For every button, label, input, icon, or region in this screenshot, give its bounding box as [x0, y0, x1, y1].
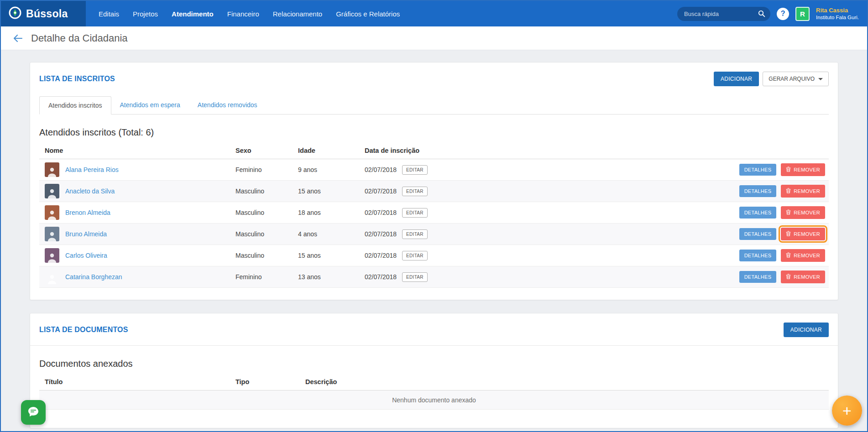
row-actions: DETALHES REMOVER: [739, 249, 829, 262]
user-menu[interactable]: Rita Cassia Instituto Fala Guri.: [816, 7, 859, 21]
add-documento-button[interactable]: ADICIONAR: [784, 323, 829, 337]
nav-item-financeiro[interactable]: Financeiro: [227, 10, 259, 18]
attendee-name-link[interactable]: Alana Pereira Rios: [65, 166, 119, 173]
main-content: LISTA DE INSCRITOS ADICIONAR GERAR ARQUI…: [1, 50, 867, 428]
inscritos-card: LISTA DE INSCRITOS ADICIONAR GERAR ARQUI…: [30, 62, 838, 300]
inscritos-card-header: LISTA DE INSCRITOS ADICIONAR GERAR ARQUI…: [30, 62, 838, 91]
trash-icon: [786, 167, 791, 173]
documentos-card-header: LISTA DE DOCUMENTOS ADICIONAR: [30, 313, 838, 346]
remove-button[interactable]: REMOVER: [781, 249, 825, 262]
table-row: Catarina Borghezan Feminino 13 anos 02/0…: [39, 266, 829, 288]
age-cell: 18 anos: [298, 209, 365, 216]
chat-button[interactable]: [21, 400, 46, 425]
edit-date-button[interactable]: EDITAR: [402, 208, 428, 218]
tab-atendidos-em-espera[interactable]: Atendidos em espera: [111, 96, 189, 114]
remove-button[interactable]: REMOVER: [781, 206, 825, 219]
sex-cell: Feminino: [235, 166, 298, 173]
remove-label: REMOVER: [794, 210, 820, 215]
details-button[interactable]: DETALHES: [739, 250, 777, 261]
add-inscrito-button[interactable]: ADICIONAR: [714, 72, 759, 86]
tab-atendidos-removidos[interactable]: Atendidos removidos: [189, 96, 266, 114]
inscritos-header-actions: ADICIONAR GERAR ARQUIVO: [714, 72, 829, 86]
attendee-name-link[interactable]: Anacleto da Silva: [65, 187, 115, 195]
nav-item-editais[interactable]: Editais: [99, 10, 119, 18]
attendee-photo: [45, 184, 59, 198]
remove-button-wrapper: REMOVER: [781, 185, 825, 198]
remove-label: REMOVER: [794, 231, 820, 237]
edit-date-button[interactable]: EDITAR: [402, 229, 428, 239]
attendee-name-link[interactable]: Bruno Almeida: [65, 230, 107, 238]
inscritos-table-header: Nome Sexo Idade Data de inscrição: [39, 144, 829, 159]
search-icon[interactable]: [758, 10, 765, 19]
details-button[interactable]: DETALHES: [739, 207, 777, 219]
attendee-photo: [45, 162, 59, 177]
edit-date-button[interactable]: EDITAR: [402, 251, 428, 260]
documentos-card: LISTA DE DOCUMENTOS ADICIONAR Documentos…: [30, 313, 838, 428]
user-avatar[interactable]: R: [795, 7, 810, 21]
nav-item-atendimento[interactable]: Atendimento: [172, 10, 214, 18]
documentos-table: Título Tipo Descrição Nenhum documento a…: [39, 375, 829, 416]
column-header-sexo: Sexo: [235, 147, 298, 154]
age-cell: 15 anos: [298, 252, 365, 259]
row-actions: DETALHES REMOVER: [739, 185, 829, 198]
attendee-name-link[interactable]: Brenon Almeida: [65, 209, 110, 216]
generate-file-button[interactable]: GERAR ARQUIVO: [763, 72, 829, 86]
attendee-name-link[interactable]: Carlos Oliveira: [65, 252, 107, 259]
trash-icon: [786, 274, 791, 280]
name-cell: Carlos Oliveira: [45, 248, 235, 263]
table-row: Bruno Almeida Masculino 4 anos 02/07/201…: [39, 224, 829, 245]
inscritos-title: LISTA DE INSCRITOS: [39, 75, 115, 83]
documentos-header-actions: ADICIONAR: [784, 323, 829, 337]
top-navigation: Bússola Editais Projetos Atendimento Fin…: [1, 1, 867, 26]
generate-file-label: GERAR ARQUIVO: [769, 76, 815, 82]
name-cell: Anacleto da Silva: [45, 184, 235, 198]
table-row: Carlos Oliveira Masculino 15 anos 02/07/…: [39, 245, 829, 266]
remove-button[interactable]: REMOVER: [781, 228, 825, 240]
search-input[interactable]: [677, 7, 770, 21]
trash-icon: [786, 231, 791, 237]
floating-add-button[interactable]: +: [832, 396, 862, 426]
inscription-date: 02/07/2018: [365, 209, 397, 216]
inscritos-subtitle: Atendidos inscritos (Total: 6): [39, 127, 829, 138]
remove-button[interactable]: REMOVER: [781, 271, 825, 283]
plus-icon: +: [842, 402, 852, 420]
inscription-date: 02/07/2018: [365, 230, 397, 238]
page-header: Detalhe da Cidadania: [1, 26, 867, 50]
sex-cell: Masculino: [235, 209, 298, 216]
main-nav: Editais Projetos Atendimento Financeiro …: [99, 10, 400, 18]
tab-atendidos-inscritos[interactable]: Atendidos inscritos: [39, 96, 111, 115]
remove-label: REMOVER: [794, 274, 820, 280]
nav-item-relacionamento[interactable]: Relacionamento: [273, 10, 322, 18]
name-cell: Brenon Almeida: [45, 205, 235, 220]
name-cell: Catarina Borghezan: [45, 270, 235, 284]
inscription-date: 02/07/2018: [365, 166, 397, 173]
column-header-idade: Idade: [298, 147, 365, 154]
nav-item-projetos[interactable]: Projetos: [133, 10, 158, 18]
edit-date-button[interactable]: EDITAR: [402, 187, 428, 196]
nav-item-graficos-relatorios[interactable]: Gráficos e Relatórios: [336, 10, 400, 18]
details-button[interactable]: DETALHES: [739, 164, 777, 176]
attendee-name-link[interactable]: Catarina Borghezan: [65, 273, 122, 281]
details-button[interactable]: DETALHES: [739, 228, 777, 240]
table-row: Alana Pereira Rios Feminino 9 anos 02/07…: [39, 159, 829, 181]
page-title: Detalhe da Cidadania: [31, 32, 128, 44]
remove-button[interactable]: REMOVER: [781, 163, 825, 176]
column-header-tipo: Tipo: [235, 378, 305, 385]
age-cell: 4 anos: [298, 230, 365, 238]
remove-button[interactable]: REMOVER: [781, 185, 825, 198]
app-window: Bússola Editais Projetos Atendimento Fin…: [0, 0, 868, 432]
inscription-date: 02/07/2018: [365, 187, 397, 195]
details-button[interactable]: DETALHES: [739, 185, 777, 197]
name-cell: Alana Pereira Rios: [45, 162, 235, 177]
column-header-descricao: Descrição: [305, 378, 829, 385]
back-button[interactable]: [13, 34, 23, 42]
details-button[interactable]: DETALHES: [739, 271, 777, 283]
help-button[interactable]: ?: [777, 8, 789, 20]
chat-bubble-icon: [27, 406, 39, 419]
documentos-title: LISTA DE DOCUMENTOS: [39, 326, 128, 334]
edit-date-button[interactable]: EDITAR: [402, 272, 428, 282]
edit-date-button[interactable]: EDITAR: [402, 165, 428, 175]
sex-cell: Masculino: [235, 230, 298, 238]
inscription-date: 02/07/2018: [365, 273, 397, 281]
brand[interactable]: Bússola: [1, 1, 86, 26]
